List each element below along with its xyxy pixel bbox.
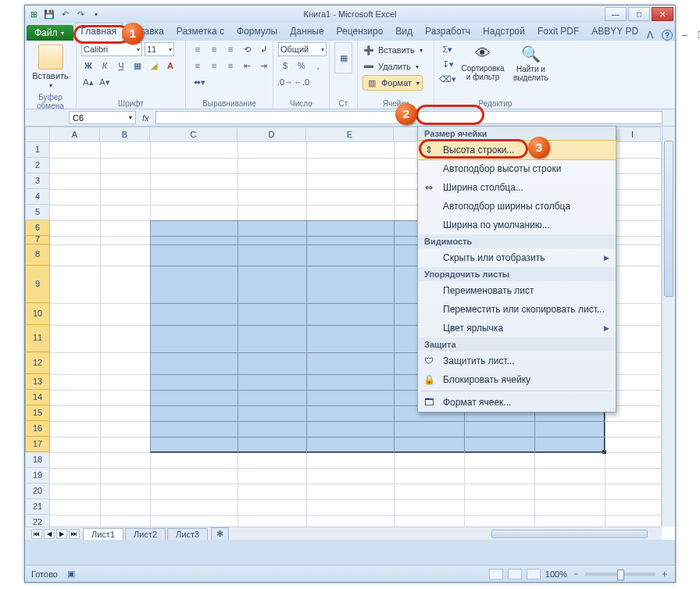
col-header-C[interactable]: C: [150, 127, 238, 142]
horizontal-scroll-thumb[interactable]: [491, 530, 648, 538]
row-header-11[interactable]: 11: [25, 325, 50, 352]
menu-move-sheet[interactable]: Переместить или скопировать лист...: [418, 300, 616, 319]
row-header-5[interactable]: 5: [25, 205, 50, 220]
row-header-22[interactable]: 22: [25, 515, 50, 527]
align-right-button[interactable]: ≡: [223, 59, 238, 73]
file-tab[interactable]: Файл▾: [27, 25, 73, 41]
vertical-scroll-thumb[interactable]: [664, 141, 673, 297]
fill-color-button[interactable]: ◢: [147, 59, 161, 73]
sheet-tab-0[interactable]: Лист1: [83, 528, 123, 540]
autosum-button[interactable]: Σ▾: [439, 42, 456, 56]
menu-autofit-row[interactable]: Автоподбор высоты строки: [418, 159, 616, 178]
row-header-8[interactable]: 8: [25, 245, 50, 266]
font-size-combo[interactable]: 11▾: [145, 42, 174, 56]
currency-button[interactable]: $: [278, 59, 292, 73]
decrease-decimal-button[interactable]: ←.0: [295, 75, 309, 89]
align-left-button[interactable]: ≡: [191, 59, 205, 73]
tab-6[interactable]: Вид: [389, 23, 419, 41]
zoom-out-button[interactable]: －: [572, 568, 580, 580]
paste-button[interactable]: Вставить ▾: [30, 42, 71, 91]
indent-dec-button[interactable]: ⇤: [240, 59, 254, 73]
menu-lock-cell[interactable]: 🔒Блокировать ячейку: [418, 370, 616, 389]
tab-0[interactable]: Главная: [75, 23, 123, 41]
menu-hide-show[interactable]: Скрыть или отобразить▶: [418, 248, 616, 267]
menu-default-width[interactable]: Ширина по умолчанию...: [418, 216, 616, 234]
find-select-button[interactable]: 🔍 Найти и выделить: [509, 42, 552, 84]
align-top-button[interactable]: ≡: [191, 42, 205, 56]
align-middle-button[interactable]: ≡: [207, 42, 221, 56]
menu-col-width[interactable]: ⇔Ширина столбца...: [418, 178, 616, 197]
close-button[interactable]: ✕: [652, 7, 673, 21]
row-header-1[interactable]: 1: [25, 142, 50, 158]
col-header-A[interactable]: A: [50, 127, 100, 142]
menu-format-cells[interactable]: 🗔Формат ячеек...: [418, 393, 616, 412]
tab-9[interactable]: Foxit PDF: [531, 23, 585, 41]
minimize-button[interactable]: —: [605, 7, 627, 21]
save-icon[interactable]: 💾: [44, 9, 55, 20]
tab-3[interactable]: Формулы: [230, 23, 284, 41]
shrink-font-button[interactable]: A▾: [98, 75, 112, 89]
mdi-restore-icon[interactable]: ❐: [696, 30, 700, 41]
menu-rename-sheet[interactable]: Переименовать лист: [418, 281, 616, 300]
sheet-tab-1[interactable]: Лист2: [125, 528, 166, 540]
tab-4[interactable]: Данные: [284, 23, 330, 41]
sort-filter-button[interactable]: 👁 Сортировка и фильтр: [459, 42, 506, 84]
sheet-nav-prev[interactable]: ◀: [44, 529, 55, 539]
sheet-nav-first[interactable]: ⏮: [31, 529, 42, 539]
row-header-3[interactable]: 3: [25, 173, 50, 189]
row-header-4[interactable]: 4: [25, 189, 50, 205]
view-break-button[interactable]: [527, 569, 541, 580]
bold-button[interactable]: Ж: [81, 59, 95, 73]
row-header-14[interactable]: 14: [25, 390, 50, 405]
redo-icon[interactable]: ↷: [75, 9, 86, 20]
clear-button[interactable]: ⌫▾: [439, 72, 456, 86]
row-header-18[interactable]: 18: [25, 452, 50, 468]
orientation-button[interactable]: ⟲: [240, 42, 254, 56]
fill-button[interactable]: ↧▾: [439, 57, 456, 71]
row-header-9[interactable]: 9: [25, 266, 50, 303]
sheet-nav-next[interactable]: ▶: [56, 529, 67, 539]
col-header-D[interactable]: D: [238, 127, 306, 142]
select-all-corner[interactable]: [25, 127, 50, 142]
zoom-slider[interactable]: [585, 573, 655, 576]
number-format-combo[interactable]: Общий▾: [278, 42, 327, 56]
merge-button[interactable]: ⬌▾: [191, 75, 209, 89]
menu-row-height[interactable]: ⇕Высота строки...: [418, 141, 616, 159]
menu-protect-sheet[interactable]: 🛡Защитить лист...: [418, 352, 616, 370]
menu-tab-color[interactable]: Цвет ярлычка▶: [418, 319, 616, 337]
row-header-17[interactable]: 17: [25, 437, 50, 452]
insert-cells-button[interactable]: ➕Вставить▾: [362, 42, 423, 58]
percent-button[interactable]: %: [295, 59, 309, 73]
underline-button[interactable]: Ч: [114, 59, 128, 73]
row-header-10[interactable]: 10: [25, 303, 50, 325]
tab-8[interactable]: Надстрой: [477, 23, 531, 41]
grow-font-button[interactable]: A▴: [81, 75, 95, 89]
tab-2[interactable]: Разметка с: [170, 23, 230, 41]
col-header-E[interactable]: E: [306, 127, 394, 142]
fx-icon[interactable]: fx: [142, 113, 149, 123]
tab-7[interactable]: Разработч: [419, 23, 477, 41]
maximize-button[interactable]: □: [628, 7, 650, 21]
row-header-21[interactable]: 21: [25, 499, 50, 515]
name-box[interactable]: C6▾: [69, 111, 136, 124]
view-layout-button[interactable]: [508, 569, 522, 580]
help-icon[interactable]: ?: [662, 30, 673, 41]
new-sheet-button[interactable]: ✻: [211, 527, 229, 540]
zoom-in-button[interactable]: ＋: [660, 568, 669, 580]
vertical-scrollbar[interactable]: [662, 127, 675, 527]
tab-10[interactable]: ABBYY PD: [585, 23, 645, 41]
undo-icon[interactable]: ↶: [59, 9, 70, 20]
align-center-button[interactable]: ≡: [207, 59, 221, 73]
row-header-12[interactable]: 12: [25, 352, 50, 374]
row-header-6[interactable]: 6: [25, 220, 50, 236]
align-bottom-button[interactable]: ≡: [223, 42, 238, 56]
view-normal-button[interactable]: [489, 569, 503, 580]
row-header-7[interactable]: 7: [25, 236, 50, 245]
sheet-nav-last[interactable]: ⏭: [69, 529, 80, 539]
format-cells-button[interactable]: ▥Формат▾: [362, 75, 423, 91]
indent-inc-button[interactable]: ⇥: [256, 59, 270, 73]
font-color-button[interactable]: A: [163, 59, 177, 73]
minimize-ribbon-icon[interactable]: ᐱ: [645, 30, 655, 41]
row-header-20[interactable]: 20: [25, 484, 50, 499]
qat-dropdown-icon[interactable]: ▾: [91, 9, 102, 20]
